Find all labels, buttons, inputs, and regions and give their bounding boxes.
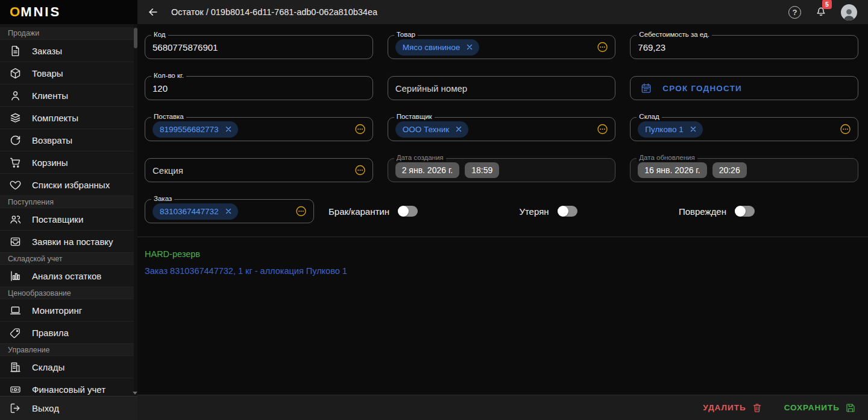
section-label: Управление	[8, 346, 50, 354]
notification-badge: 5	[822, 0, 832, 9]
person-icon	[9, 89, 22, 102]
sidebar-item-wishlists[interactable]: Списки избранных	[0, 173, 137, 196]
save-icon	[845, 402, 856, 413]
tag-icon	[9, 326, 22, 339]
help-icon[interactable]: ?	[788, 6, 801, 19]
monitor-icon	[9, 304, 22, 317]
delete-button-label: УДАЛИТЬ	[703, 403, 746, 412]
unit-cost-field[interactable]: Себестоимость за ед.	[630, 35, 858, 59]
supply-chip[interactable]: 8199556682773	[153, 121, 238, 138]
sidebar-item-label: Заявки на поставку	[32, 237, 113, 247]
sidebar-item-label: Анализ остатков	[32, 271, 101, 281]
section-ellipsis-button[interactable]	[354, 164, 366, 177]
sidebar-item-kits[interactable]: Комплекты	[0, 106, 137, 129]
logout-icon	[9, 402, 22, 415]
serial-number-field[interactable]	[388, 76, 616, 100]
sidebar-item-stock-analysis[interactable]: Анализ остатков	[0, 264, 137, 287]
avatar[interactable]	[841, 4, 857, 21]
sidebar-item-monitoring[interactable]: Мониторинг	[0, 299, 137, 321]
chip-close-icon[interactable]	[689, 125, 697, 133]
warehouse-field[interactable]: Склад Пулково 1	[630, 117, 858, 141]
sidebar-item-label: Правила	[32, 328, 69, 338]
code-field[interactable]: Код	[145, 35, 373, 59]
order-field-label: Заказ	[151, 196, 174, 203]
product-field[interactable]: Товар Мясо свининое	[388, 35, 616, 59]
sidebar-item-label: Возвраты	[32, 135, 72, 145]
allocation-link[interactable]: Заказ 8310367447732, 1 кг - аллокация Пу…	[145, 266, 858, 276]
sidebar-item-supply-requests[interactable]: Заявки на поставку	[0, 230, 137, 252]
chip-close-icon[interactable]	[224, 125, 233, 133]
lost-toggle[interactable]	[558, 206, 577, 217]
sidebar-item-suppliers[interactable]: Поставщики	[0, 208, 137, 230]
people-icon	[9, 213, 22, 226]
expiry-date-button[interactable]: СРОК ГОДНОСТИ	[630, 76, 858, 100]
bar-chart-icon	[9, 270, 22, 282]
sidebar-item-warehouses[interactable]: Склады	[0, 355, 137, 378]
sidebar-item-products[interactable]: Товары	[0, 62, 137, 84]
logo-letter-o: O	[10, 4, 20, 20]
defect-quarantine-toggle-group: Брак/карантин	[329, 206, 418, 217]
sidebar-item-rules[interactable]: Правила	[0, 321, 137, 343]
document-icon	[9, 45, 22, 57]
back-button[interactable]	[147, 6, 159, 18]
created-date-chip: 2 янв. 2026 г.	[395, 162, 460, 178]
sidebar-section-warehouse-accounting: Складской учет	[0, 252, 137, 264]
code-field-label: Код	[151, 31, 168, 39]
delete-button[interactable]: УДАЛИТЬ	[703, 402, 762, 413]
notifications-button[interactable]: 5	[814, 4, 828, 20]
inbox-icon	[9, 235, 22, 248]
sidebar-item-financial-accounting[interactable]: Финансовый учет	[0, 378, 137, 396]
heart-icon	[9, 179, 22, 191]
created-at-field: Дата создания 2 янв. 2026 г. 18:59	[388, 158, 616, 182]
sidebar-item-logout[interactable]: Выход	[0, 396, 137, 420]
supplier-field[interactable]: Поставщик ООО Техник	[388, 117, 616, 141]
cart-icon	[9, 156, 22, 169]
serial-number-input[interactable]	[395, 83, 608, 94]
warehouse-field-label: Склад	[637, 113, 661, 121]
supplier-chip[interactable]: ООО Техник	[395, 121, 469, 138]
sidebar-item-label: Товары	[32, 68, 63, 78]
sidebar-item-label: Поставщики	[32, 214, 83, 224]
sidebar-scrollbar-thumb[interactable]	[134, 28, 137, 48]
supplier-ellipsis-button[interactable]	[596, 123, 609, 136]
chip-close-icon[interactable]	[454, 125, 463, 133]
sidebar-item-label: Комплекты	[32, 113, 78, 123]
sidebar-section-receipts: Поступления	[0, 196, 137, 208]
section-label: Продажи	[8, 29, 39, 37]
code-input[interactable]	[153, 42, 365, 52]
damaged-toggle[interactable]	[735, 206, 755, 217]
warehouse-ellipsis-button[interactable]	[839, 123, 852, 136]
sidebar-item-orders[interactable]: Заказы	[0, 39, 137, 62]
sidebar-item-returns[interactable]: Возвраты	[0, 129, 137, 151]
chip-close-icon[interactable]	[224, 207, 233, 215]
sidebar-item-label: Клиенты	[32, 91, 68, 101]
section-label: Поступления	[8, 198, 54, 206]
layers-icon	[9, 112, 22, 124]
product-ellipsis-button[interactable]	[596, 41, 609, 54]
section-input[interactable]	[153, 165, 348, 176]
quantity-field[interactable]: Кол-во кг.	[145, 76, 373, 100]
product-chip[interactable]: Мясо свининое	[395, 39, 480, 56]
unit-cost-input[interactable]	[638, 42, 851, 52]
defect-quarantine-toggle[interactable]	[398, 206, 418, 217]
banknote-icon	[9, 383, 22, 396]
quantity-input[interactable]	[153, 83, 365, 94]
save-button[interactable]: СОХРАНИТЬ	[784, 402, 856, 413]
toggle-label: Поврежден	[679, 206, 726, 217]
chip-close-icon[interactable]	[465, 43, 474, 51]
supply-ellipsis-button[interactable]	[354, 123, 366, 136]
order-chip[interactable]: 8310367447732	[153, 203, 238, 220]
omnis-logo[interactable]: OMNIS	[0, 0, 137, 24]
sidebar-item-clients[interactable]: Клиенты	[0, 84, 137, 106]
product-field-label: Товар	[394, 31, 418, 39]
updated-time-chip: 20:26	[712, 162, 747, 178]
sidebar-item-carts[interactable]: Корзины	[0, 151, 137, 173]
order-chip-label: 8310367447732	[160, 207, 219, 216]
section-field[interactable]	[145, 158, 373, 182]
sidebar-scrollbar-track[interactable]	[134, 24, 137, 396]
order-field[interactable]: Заказ 8310367447732	[145, 199, 314, 223]
order-ellipsis-button[interactable]	[295, 205, 307, 218]
warehouse-chip[interactable]: Пулково 1	[638, 121, 702, 138]
lost-toggle-group: Утерян	[519, 206, 577, 217]
supply-field[interactable]: Поставка 8199556682773	[145, 117, 373, 141]
